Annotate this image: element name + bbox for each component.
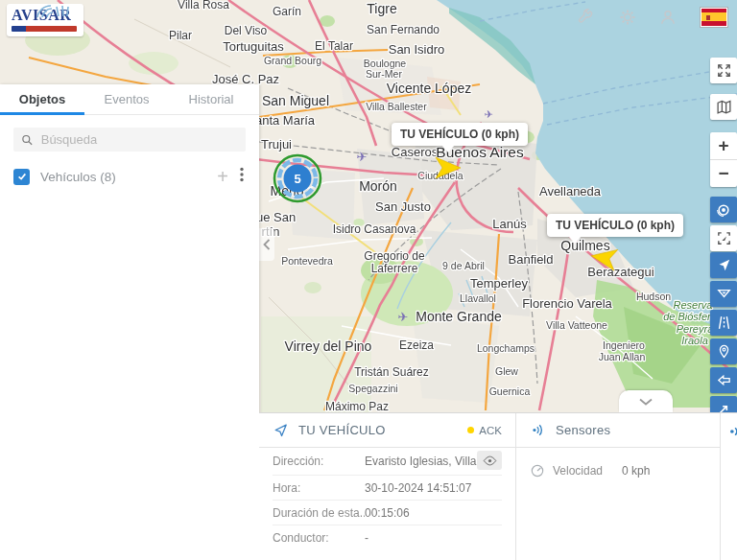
- cluster-count: 5: [294, 172, 300, 186]
- map-label: Temperley: [470, 276, 528, 291]
- map-label: San Justo: [375, 199, 431, 214]
- tab-objetos[interactable]: Objetos: [0, 84, 84, 114]
- detail-row-duracion: Duración de esta... 00:15:06: [273, 501, 502, 525]
- vehicle-panel-header: TU VEHÍCULO ACK: [259, 413, 515, 448]
- sidebar-collapse-handle[interactable]: [259, 228, 274, 261]
- sensors-panel: Sensores Velocidad 0 kph: [515, 413, 720, 560]
- detail-label: Dirección:: [273, 455, 365, 468]
- detail-value: -: [365, 531, 502, 545]
- speedometer-icon: [530, 463, 545, 478]
- vehicle-cluster-marker[interactable]: 5: [273, 153, 322, 203]
- map-label: anta María: [255, 113, 316, 128]
- map-label: Florencio Varela: [522, 296, 612, 311]
- chevron-down-icon: [639, 398, 653, 406]
- map-label: 9 de Abril: [442, 260, 485, 271]
- map-label: Isidro Casanova: [333, 222, 416, 236]
- map-label: Morón: [359, 178, 397, 194]
- map-label: Avellaneda: [539, 184, 602, 198]
- map-label: Spegazzini: [348, 383, 397, 394]
- tab-eventos[interactable]: Eventos: [84, 84, 169, 114]
- vehicle-arrow-marker[interactable]: [587, 244, 620, 273]
- map-label: Vicente López: [387, 81, 471, 96]
- zoom-in-button[interactable]: +: [710, 132, 737, 159]
- clusters-button[interactable]: [710, 197, 737, 222]
- next-panel-icon: [726, 422, 737, 441]
- sensor-row-velocidad: Velocidad 0 kph: [516, 458, 720, 483]
- map-label: Llavallol: [460, 292, 496, 304]
- kebab-menu-icon: [240, 167, 244, 182]
- wrench-icon: [576, 8, 595, 27]
- airport-icon: ✈: [484, 108, 492, 120]
- map-label: Banfield: [509, 252, 554, 267]
- fit-objects-button[interactable]: [710, 225, 737, 251]
- next-panel-partial: [720, 413, 737, 560]
- chevron-left-icon: [263, 239, 271, 250]
- map-label: Hudson: [636, 291, 671, 302]
- spain-flag-icon: [701, 9, 726, 26]
- map-label: Tristán Suárez: [354, 365, 429, 379]
- language-flag-button[interactable]: [700, 7, 728, 28]
- map-label: Ezeiza: [399, 338, 434, 352]
- search-icon: [21, 133, 34, 147]
- ack-label: ACK: [479, 425, 502, 436]
- gear-icon: [618, 8, 637, 27]
- sidebar-tabs: Objetos Eventos Historial: [0, 84, 259, 115]
- triangle-down-icon: [716, 286, 732, 302]
- eye-icon: [483, 455, 497, 466]
- search-input[interactable]: [41, 132, 238, 147]
- map-label: Villa Rosa: [178, 0, 229, 12]
- vehicle-nav-icon: [273, 422, 289, 438]
- map-label: Villa Vatteone: [546, 319, 607, 331]
- fit-objects-icon: [716, 230, 732, 246]
- follow-button[interactable]: [710, 252, 737, 278]
- traffic-road-button[interactable]: [710, 310, 737, 336]
- map-label: Garín: [273, 5, 301, 18]
- user-button[interactable]: [656, 6, 679, 29]
- vehicle-marker-label[interactable]: TU VEHÍCULO (0 kph): [547, 214, 683, 237]
- group-menu-button[interactable]: [234, 167, 246, 186]
- detail-row-conductor: Conductor: -: [273, 525, 502, 550]
- map-label: Villa Ballester: [366, 101, 427, 112]
- tools-button[interactable]: [574, 6, 597, 29]
- map-label: Juan Allan: [599, 351, 646, 362]
- vehicles-checkbox[interactable]: [13, 169, 30, 185]
- map-label: Longchamps: [477, 342, 535, 354]
- map-label: Laferrere: [371, 262, 418, 275]
- zoom-out-button[interactable]: −: [710, 160, 737, 187]
- ack-status: ACK: [467, 425, 502, 436]
- fullscreen-icon: [716, 62, 732, 79]
- poi-button[interactable]: [710, 338, 737, 364]
- back-button[interactable]: [710, 367, 737, 393]
- map-label: Sur-Mer: [366, 68, 402, 80]
- settings-button[interactable]: [616, 6, 639, 29]
- collapse-markers-button[interactable]: [710, 281, 737, 307]
- view-address-button[interactable]: [477, 451, 502, 470]
- detail-row-hora: Hora: 30-10-2024 14:51:07: [273, 476, 502, 501]
- bottom-panel-collapse-handle[interactable]: [619, 390, 673, 412]
- map-label: San Fernando: [367, 23, 440, 36]
- app-window: ✈ ✈ ✈ Villa RosaGarínTigreSan FernandoDe…: [0, 0, 737, 560]
- brand-logo: AVISAR: [7, 4, 83, 36]
- map-layers-button[interactable]: [710, 94, 737, 120]
- map-label: Máximo Paz: [325, 400, 389, 413]
- bottom-panel: TU VEHÍCULO ACK Dirección: Evaristo Igle…: [259, 412, 737, 560]
- tab-historial[interactable]: Historial: [169, 84, 253, 114]
- detail-label: Conductor:: [273, 531, 365, 545]
- fullscreen-button[interactable]: [710, 58, 737, 83]
- vehicle-arrow-marker[interactable]: [434, 155, 463, 180]
- map-label: Pilar: [169, 29, 192, 42]
- map-label: Virrey del Pino: [285, 338, 372, 354]
- add-object-button[interactable]: +: [211, 167, 234, 186]
- sensors-title: Sensores: [556, 423, 706, 437]
- vehicle-detail-rows: Dirección: Evaristo Iglesias, Villa A...…: [259, 448, 515, 550]
- sensor-value: 0 kph: [622, 464, 650, 478]
- map-label: Lanús: [492, 217, 527, 231]
- search-box: [13, 128, 246, 152]
- map-label: El Talar: [315, 39, 353, 53]
- map-label: Glew: [495, 365, 518, 377]
- user-icon: [658, 8, 678, 27]
- map-label: Tigre: [367, 1, 397, 16]
- sidebar: Objetos Eventos Historial Vehículos (8) …: [0, 84, 259, 560]
- detail-label: Duración de esta...: [273, 506, 365, 520]
- vehicle-marker-label[interactable]: TU VEHÍCULO (0 kph): [392, 123, 528, 146]
